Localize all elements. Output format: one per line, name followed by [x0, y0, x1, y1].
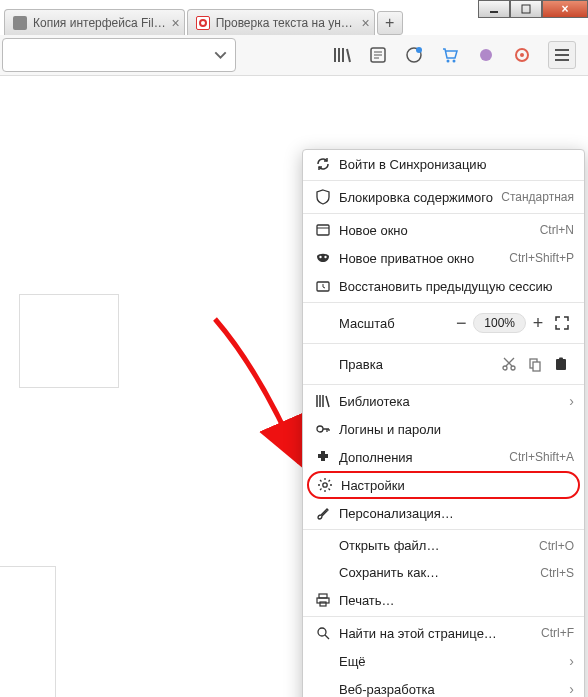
menu-item-label: Блокировка содержимого [339, 190, 495, 205]
favicon-icon [196, 16, 210, 30]
circle-icon [514, 47, 530, 63]
library-icon [313, 393, 333, 409]
svg-line-30 [325, 635, 329, 639]
svg-point-7 [416, 47, 422, 53]
menu-item-label: Восстановить предыдущую сессию [339, 279, 574, 294]
svg-rect-22 [556, 359, 566, 370]
cart-toolbar-button[interactable] [440, 45, 460, 65]
shortcut: Ctrl+O [539, 539, 574, 553]
menu-item-label: Печать… [339, 593, 574, 608]
menu-item-label: Найти на этой странице… [339, 626, 535, 641]
shield-icon [313, 189, 333, 205]
tab-0[interactable]: Копия интерфейса Fil… × [4, 9, 185, 35]
svg-point-8 [447, 60, 450, 63]
chevron-right-icon: › [569, 393, 574, 409]
fullscreen-button[interactable] [550, 311, 574, 335]
svg-point-29 [318, 628, 326, 636]
zoom-label: Масштаб [339, 316, 395, 331]
svg-point-18 [503, 366, 507, 370]
menu-item-library[interactable]: Библиотека › [303, 387, 584, 415]
svg-point-19 [511, 366, 515, 370]
svg-point-15 [319, 256, 321, 258]
content-placeholder [19, 294, 119, 388]
paste-icon [553, 356, 569, 372]
gear-icon [315, 477, 335, 493]
menu-item-settings[interactable]: Настройки [307, 471, 580, 499]
minimize-button[interactable] [478, 0, 510, 18]
svg-point-24 [317, 426, 323, 432]
menu-zoom-row: Масштаб − 100% + [303, 305, 584, 341]
library-toolbar-button[interactable] [332, 45, 352, 65]
menu-item-label: Настройки [341, 478, 572, 493]
menu-item-more[interactable]: Ещё › [303, 647, 584, 675]
app-menu: Войти в Синхронизацию Блокировка содержи… [302, 149, 585, 697]
chevron-down-icon [213, 48, 227, 62]
mask-icon [313, 250, 333, 266]
zoom-out-button[interactable]: − [449, 311, 473, 335]
paste-button[interactable] [548, 352, 574, 376]
extension-b-button[interactable] [512, 45, 532, 65]
copy-icon [527, 356, 543, 372]
menu-item-save-as[interactable]: Сохранить как… Ctrl+S [303, 559, 584, 586]
menu-item-label: Библиотека [339, 394, 563, 409]
tab-1[interactable]: Проверка текста на уник… × [187, 9, 375, 35]
svg-point-25 [323, 483, 327, 487]
window-icon [313, 222, 333, 238]
chevron-right-icon: › [569, 653, 574, 669]
new-tab-button[interactable]: + [377, 11, 403, 35]
svg-point-16 [324, 256, 326, 258]
account-icon [405, 46, 423, 64]
menu-item-sync[interactable]: Войти в Синхронизацию [303, 150, 584, 178]
extension-a-button[interactable] [476, 45, 496, 65]
menu-item-addons[interactable]: Дополнения Ctrl+Shift+A [303, 443, 584, 471]
menu-item-print[interactable]: Печать… [303, 586, 584, 614]
reader-icon [369, 46, 387, 64]
sync-icon [313, 156, 333, 172]
cart-icon [441, 46, 459, 64]
menu-item-logins[interactable]: Логины и пароли [303, 415, 584, 443]
menu-item-label: Новое приватное окно [339, 251, 503, 266]
menu-item-new-window[interactable]: Новое окно Ctrl+N [303, 216, 584, 244]
menu-item-customize[interactable]: Персонализация… [303, 499, 584, 527]
shortcut: Ctrl+F [541, 626, 574, 640]
key-icon [313, 421, 333, 437]
cut-icon [501, 356, 517, 372]
url-bar[interactable] [2, 38, 236, 72]
menu-edit-row: Правка [303, 346, 584, 382]
close-icon: × [561, 2, 568, 16]
menu-item-restore-session[interactable]: Восстановить предыдущую сессию [303, 272, 584, 300]
close-tab-button[interactable]: × [171, 15, 179, 31]
content-blocking-status: Стандартная [501, 190, 574, 204]
fullscreen-icon [554, 315, 570, 331]
zoom-in-button[interactable]: + [526, 311, 550, 335]
svg-rect-1 [522, 5, 530, 13]
copy-button[interactable] [522, 352, 548, 376]
shortcut: Ctrl+S [540, 566, 574, 580]
chevron-right-icon: › [569, 681, 574, 697]
maximize-button[interactable] [510, 0, 542, 18]
reader-toolbar-button[interactable] [368, 45, 388, 65]
content-placeholder [0, 566, 56, 697]
menu-item-web-developer[interactable]: Веб-разработка › [303, 675, 584, 697]
close-tab-button[interactable]: × [361, 15, 369, 31]
menu-item-find[interactable]: Найти на этой странице… Ctrl+F [303, 619, 584, 647]
menu-item-label: Открыть файл… [339, 538, 533, 553]
shortcut: Ctrl+Shift+P [509, 251, 574, 265]
brush-icon [313, 505, 333, 521]
shortcut: Ctrl+Shift+A [509, 450, 574, 464]
app-menu-button[interactable] [548, 41, 576, 69]
svg-rect-21 [533, 362, 540, 371]
menu-item-new-private-window[interactable]: Новое приватное окно Ctrl+Shift+P [303, 244, 584, 272]
menu-item-label: Логины и пароли [339, 422, 574, 437]
plus-icon: + [385, 14, 394, 32]
svg-rect-23 [559, 358, 563, 361]
menu-item-label: Войти в Синхронизацию [339, 157, 574, 172]
menu-item-content-blocking[interactable]: Блокировка содержимого Стандартная [303, 183, 584, 211]
close-window-button[interactable]: × [542, 0, 588, 18]
print-icon [313, 592, 333, 608]
menu-item-open-file[interactable]: Открыть файл… Ctrl+O [303, 532, 584, 559]
puzzle-icon [478, 47, 494, 63]
shortcut: Ctrl+N [540, 223, 574, 237]
account-toolbar-button[interactable] [404, 45, 424, 65]
cut-button[interactable] [496, 352, 522, 376]
